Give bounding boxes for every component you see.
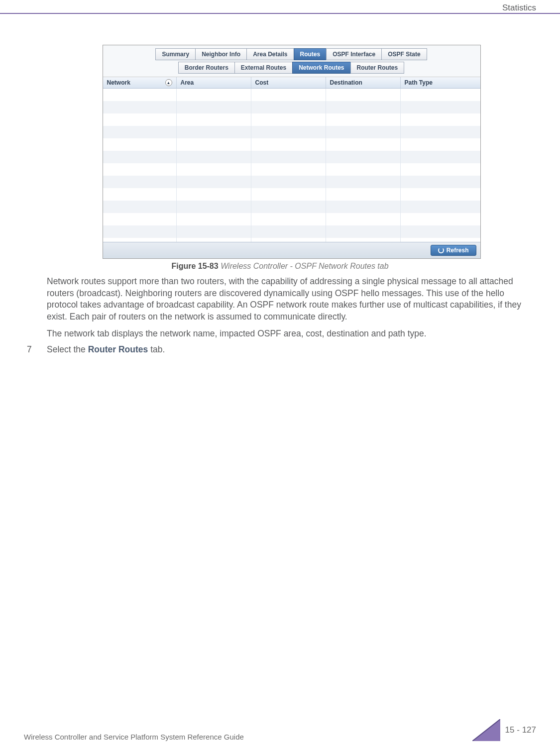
step-7: 7 Select the Router Routes tab. xyxy=(24,344,536,355)
sort-asc-icon[interactable]: ▲ xyxy=(165,79,172,86)
table-body xyxy=(103,89,480,242)
table-col-cost xyxy=(251,89,326,242)
table-col-network xyxy=(103,89,177,242)
tab-network-routes[interactable]: Network Routes xyxy=(292,62,350,74)
column-header-cost[interactable]: Cost xyxy=(251,77,326,88)
step-suffix: tab. xyxy=(148,344,165,354)
table-header-row: Network ▲ Area Cost Destination Path Typ… xyxy=(103,77,480,89)
tab-router-routes[interactable]: Router Routes xyxy=(350,62,405,74)
paragraph-network-tab: The network tab displays the network nam… xyxy=(47,328,536,340)
figure-number: Figure 15-83 xyxy=(171,262,218,270)
tabs-sub-row: Border Routers External Routes Network R… xyxy=(103,62,480,77)
table-col-area xyxy=(177,89,251,242)
column-header-path-type[interactable]: Path Type xyxy=(401,77,480,88)
tab-neighbor-info[interactable]: Neighbor Info xyxy=(195,48,247,60)
column-header-network-label: Network xyxy=(107,79,130,86)
header-section-title: Statistics xyxy=(502,3,536,13)
paragraph-network-routes: Network routes support more than two rou… xyxy=(47,276,536,323)
header-divider xyxy=(0,13,560,14)
content-area: Summary Neighbor Info Area Details Route… xyxy=(24,45,536,355)
figure-title: Wireless Controller - OSPF Network Route… xyxy=(221,262,388,270)
figure-caption: Figure 15-83 Wireless Controller - OSPF … xyxy=(24,262,536,271)
step-link-router-routes: Router Routes xyxy=(88,344,148,354)
routes-table: Network ▲ Area Cost Destination Path Typ… xyxy=(103,77,480,258)
screenshot-figure: Summary Neighbor Info Area Details Route… xyxy=(47,45,536,259)
tab-routes[interactable]: Routes xyxy=(294,48,327,60)
footer-right: 15 - 127 xyxy=(472,719,536,741)
column-header-area[interactable]: Area xyxy=(177,77,251,88)
step-prefix: Select the xyxy=(47,344,88,354)
page-number: 15 - 127 xyxy=(505,725,536,735)
tab-external-routes[interactable]: External Routes xyxy=(234,62,293,74)
table-col-destination xyxy=(326,89,401,242)
tab-area-details[interactable]: Area Details xyxy=(246,48,294,60)
tab-summary[interactable]: Summary xyxy=(155,48,196,60)
page-footer: Wireless Controller and Service Platform… xyxy=(24,719,536,741)
tab-ospf-interface[interactable]: OSPF Interface xyxy=(326,48,382,60)
refresh-button[interactable]: Refresh xyxy=(431,245,476,256)
tab-border-routers[interactable]: Border Routers xyxy=(178,62,235,74)
app-frame: Summary Neighbor Info Area Details Route… xyxy=(103,45,481,259)
page-flag-icon xyxy=(472,719,500,741)
refresh-button-label: Refresh xyxy=(447,247,469,254)
step-body: Select the Router Routes tab. xyxy=(47,344,536,355)
column-header-destination[interactable]: Destination xyxy=(326,77,401,88)
column-header-network[interactable]: Network ▲ xyxy=(103,77,177,88)
tab-ospf-state[interactable]: OSPF State xyxy=(381,48,427,60)
refresh-icon xyxy=(438,247,444,253)
step-number: 7 xyxy=(24,344,47,355)
table-footer-bar: Refresh xyxy=(103,242,480,258)
table-col-path-type xyxy=(401,89,480,242)
tabs-top-row: Summary Neighbor Info Area Details Route… xyxy=(103,45,480,62)
footer-guide-title: Wireless Controller and Service Platform… xyxy=(24,733,244,741)
